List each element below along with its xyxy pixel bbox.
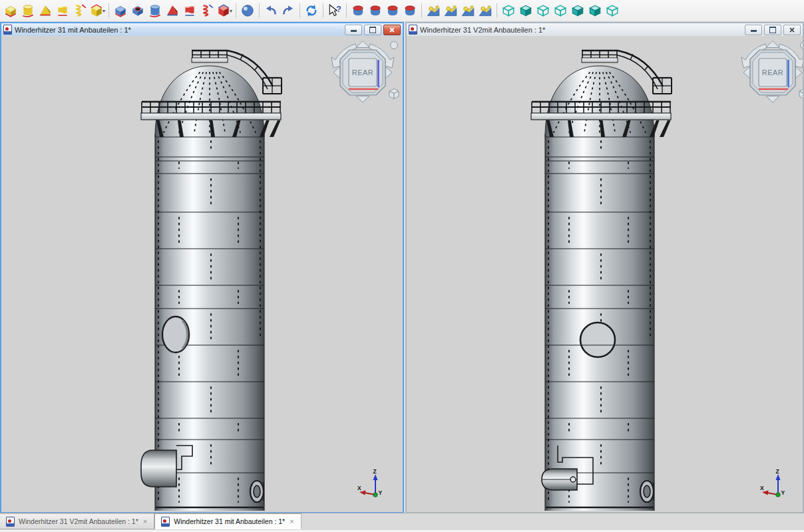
document-icon [3,25,12,35]
regenerate-model-button[interactable] [303,2,320,19]
view-cube-face-label: REAR [352,68,374,76]
cut-sweep-tool[interactable] [164,2,181,19]
blend-body-tool[interactable] [401,2,419,19]
redo-button[interactable] [280,2,297,19]
roll-view-circle[interactable] [391,42,398,49]
window-titlebar[interactable]: Winderhitzer 31 mit Anbauteilen : 1* [1,23,403,36]
view-right-arrow[interactable] [385,66,392,78]
view-up-arrow[interactable] [356,41,369,48]
mdi-workspace: Winderhitzer 31 mit Anbauteilen : 1* [0,22,804,513]
toolbar-separator [236,3,236,18]
tab-winderhitzer-31[interactable]: Winderhitzer 31 mit Anbauteilen : 1* × [154,513,301,529]
wireframe-mode-button[interactable] [500,2,517,19]
restore-button[interactable] [764,25,781,35]
help-group [326,2,343,19]
tab-close-icon[interactable]: × [289,517,294,525]
document-icon [161,517,170,527]
toolbar-separator [421,3,422,18]
cut-rotation-tool[interactable] [146,2,164,19]
spiral-tool[interactable] [71,2,89,19]
window-title: Winderhitzer 31 V2mit Anbauteilen : 1* [420,26,740,34]
window-winderhitzer-31-v2[interactable]: Winderhitzer 31 V2mit Anbauteilen : 1* [405,22,804,513]
display-mode-group [500,2,621,19]
z-axis-arrowhead [776,474,781,480]
view-navigation-widget[interactable]: REAR [735,38,803,104]
precise-wireframe-mode-button[interactable] [552,2,569,19]
hidden-lines-mode-button[interactable] [534,2,552,19]
close-icon [789,27,795,33]
y-axis-label: Y [781,489,785,496]
view-up-arrow[interactable] [766,41,779,48]
cut-hole-tool[interactable] [129,2,146,19]
blend-vertex-tool[interactable] [384,2,401,19]
insert-fragment-button[interactable] [425,2,442,19]
primitive-tool[interactable]: ▾ [89,2,106,19]
blend-face-tool[interactable] [367,2,384,19]
shaded-edges-mode-button[interactable] [569,2,586,19]
cut-primitive-tool[interactable]: ▾ [216,2,233,19]
window-title: Winderhitzer 31 mit Anbauteilen : 1* [15,26,340,34]
blend-group [349,2,419,19]
toolbar-separator [323,3,323,18]
cut-extrusion-tool[interactable] [112,2,129,19]
view-left-arrow[interactable] [743,66,750,78]
iso-view-cube-icon[interactable] [799,89,803,99]
transparent-mode-button[interactable] [586,2,604,19]
x-axis-label: X [760,485,764,491]
toolbar-separator [300,3,300,18]
solid-create-group: ▾ [2,2,106,19]
sphere-tool[interactable] [239,2,256,19]
section-view-mode-button[interactable] [604,2,621,19]
coordinate-triad: Z X Y [356,468,388,501]
model-winderhitzer-31 [1,36,400,511]
view-right-arrow[interactable] [795,66,802,78]
close-icon [389,27,395,33]
fragment-group [425,2,494,19]
cut-spiral-tool[interactable] [198,2,216,19]
tab-close-icon[interactable]: × [142,517,148,525]
document-tabbar: Winderhitzer 31 V2mit Anbauteilen : 1* ×… [0,513,804,532]
minimize-icon [351,30,357,32]
z-axis-label: Z [373,468,377,475]
iso-view-cube-icon[interactable] [389,89,399,99]
solid-cut-group: ▾ [112,2,233,19]
extrusion-tool[interactable] [2,2,19,19]
coordinate-triad: Z X Y [759,468,791,501]
edit-fragment-button[interactable] [442,2,459,19]
rotation-tool[interactable] [19,2,37,19]
close-button[interactable] [383,25,401,35]
toolbar-separator [497,3,497,18]
y-axis-dot [776,493,780,497]
cut-loft-tool[interactable] [181,2,198,19]
roll-view-circle[interactable] [801,42,803,49]
sweep-tool[interactable] [37,2,54,19]
document-icon [6,517,15,527]
y-axis-dot [373,493,377,497]
loft-tool[interactable] [54,2,71,19]
shaded-mode-button[interactable] [517,2,534,19]
view-down-arrow[interactable] [356,96,369,103]
blend-edge-tool[interactable] [349,2,367,19]
minimize-button[interactable] [345,25,362,35]
x-axis-label: X [357,485,361,491]
restore-button[interactable] [364,25,381,35]
tab-winderhitzer-31-v2[interactable]: Winderhitzer 31 V2mit Anbauteilen : 1* × [0,513,154,529]
viewport-3d[interactable]: REAR Z X Y [407,36,803,512]
assembly-structure-button[interactable] [477,2,494,19]
toolbar-separator [346,3,347,18]
window-titlebar[interactable]: Winderhitzer 31 V2mit Anbauteilen : 1* [407,23,803,36]
y-axis-label: Y [379,489,383,496]
window-winderhitzer-31[interactable]: Winderhitzer 31 mit Anbauteilen : 1* [0,22,404,513]
close-button[interactable] [783,25,801,35]
document-icon [409,25,417,35]
context-help-button[interactable] [326,2,343,19]
view-left-arrow[interactable] [333,66,340,78]
fragment-array-button[interactable] [459,2,477,19]
view-navigation-widget[interactable]: REAR [325,38,399,104]
view-down-arrow[interactable] [766,96,779,103]
z-axis-label: Z [776,468,779,475]
minimize-icon [751,30,757,32]
undo-button[interactable] [262,2,280,19]
viewport-3d[interactable]: REAR Z X Y [1,36,403,512]
minimize-button[interactable] [745,25,762,35]
